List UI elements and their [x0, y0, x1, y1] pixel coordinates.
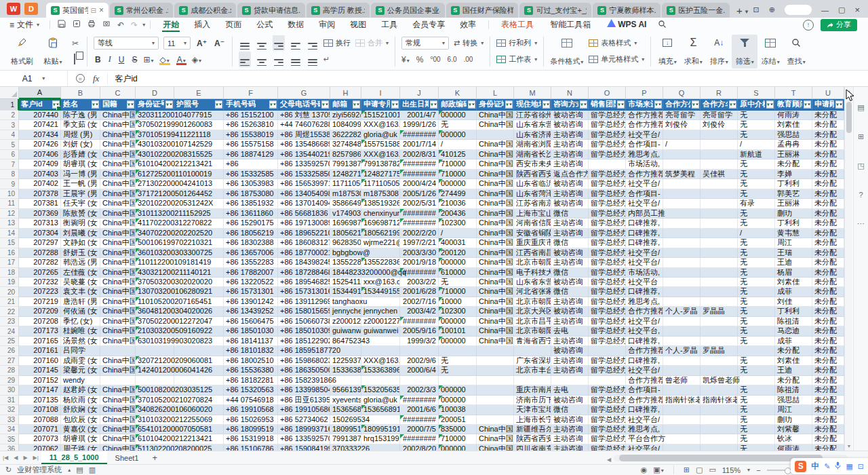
grid-cell[interactable]	[701, 425, 738, 434]
grid-cell[interactable]: 未分配	[812, 287, 844, 297]
grid-cell[interactable]: 000000	[439, 111, 477, 120]
grid-cell[interactable]: +86 15538019	[224, 130, 278, 140]
grid-cell[interactable]: 无	[439, 120, 477, 130]
grid-cell[interactable]	[477, 415, 514, 425]
grid-cell[interactable]: 被动咨询	[551, 179, 589, 189]
grid-cell[interactable]: 口碑推荐,	[626, 218, 663, 228]
grid-cell[interactable]: 雅思考点,	[626, 150, 663, 159]
grid-cell[interactable]: 山东省菏泽	[514, 189, 551, 199]
grid-cell[interactable]: 马恋迪	[775, 326, 812, 336]
grid-cell[interactable]	[663, 385, 701, 395]
grid-cell[interactable]: 社交平台/	[626, 179, 663, 189]
decrease-decimal-icon[interactable]: .00	[464, 56, 473, 63]
grid-cell[interactable]: 370105199411221118	[136, 130, 174, 140]
grid-cell[interactable]: +86 1580156591	[278, 307, 330, 316]
grid-cell[interactable]: 153656891	[330, 405, 361, 415]
grid-cell[interactable]: 2003/2/2	[400, 278, 439, 287]
grid-cell[interactable]: China中国	[100, 297, 136, 307]
grid-cell[interactable]: 340702200202202520	[136, 229, 174, 238]
grid-cell[interactable]: 市场活动,	[626, 159, 663, 169]
grid-cell[interactable]: 210303200509160922	[136, 326, 174, 336]
grid-cell[interactable]: 无	[738, 366, 775, 375]
grid-cell[interactable]: 雅思考点,	[626, 425, 663, 434]
grid-cell[interactable]: 社交平台/	[626, 415, 663, 425]
grid-cell[interactable]: 韩浩远 (男	[61, 258, 100, 267]
grid-cell[interactable]: 个人-罗晶	[663, 307, 701, 316]
grid-cell[interactable]: China中国	[477, 179, 514, 189]
row-number[interactable]: 3	[0, 120, 19, 130]
grid-cell[interactable]: 未分配	[812, 396, 844, 405]
row-number[interactable]: 24	[0, 326, 19, 336]
header-cell[interactable]: 出生日期	[400, 99, 439, 111]
grid-cell[interactable]: 被动咨询	[551, 346, 589, 356]
header-cell[interactable]: 现住地址	[514, 99, 551, 111]
document-tab[interactable]: S英国留学生⊟×	[46, 3, 108, 18]
grid-cell[interactable]: 重庆重庆市	[514, 238, 551, 248]
grid-cell[interactable]: 黄韦慧	[775, 229, 812, 238]
grid-cell[interactable]: 430321200211140121	[136, 268, 174, 278]
grid-cell[interactable]: 成雨雯 (女	[61, 356, 100, 366]
grid-cell[interactable]: China中国	[100, 170, 136, 179]
find-button[interactable]: 查找▾	[783, 35, 809, 69]
grid-cell[interactable]: 117110505	[330, 179, 361, 189]
page-break-view-icon[interactable]: ▭	[709, 466, 715, 474]
panel-help-icon[interactable]: ?	[859, 191, 863, 199]
row-number[interactable]: 11	[0, 199, 19, 208]
grid-cell[interactable]: 无	[738, 189, 775, 199]
sogou-logo[interactable]: S	[795, 461, 806, 472]
row-number[interactable]: 36	[0, 444, 19, 451]
grid-cell[interactable]: 未分配	[812, 278, 844, 287]
grid-cell[interactable]: 主动咨询	[551, 189, 589, 199]
grid-cell[interactable]: 刘俊伶	[663, 120, 701, 130]
column-header-K[interactable]: K	[439, 87, 477, 99]
grid-cell[interactable]: +86 18002510	[224, 356, 278, 366]
grid-cell[interactable]	[663, 130, 701, 140]
menu-公式[interactable]: 公式	[249, 18, 280, 32]
grid-cell[interactable]: 电子科技大	[514, 268, 551, 278]
grid-cell[interactable]: 舒妍玉 (女	[61, 248, 100, 258]
grid-cell[interactable]: /	[439, 140, 477, 149]
grid-cell[interactable]: 被动咨询	[551, 396, 589, 405]
grid-cell[interactable]: 无	[738, 405, 775, 415]
grid-cell[interactable]: 000000	[439, 130, 477, 140]
grid-cell[interactable]: China中国	[477, 159, 514, 169]
header-cell[interactable]: 销售团队	[589, 99, 626, 111]
grid-cell[interactable]: 000000	[439, 337, 477, 346]
grid-cell[interactable]: 市场活动,	[626, 268, 663, 278]
grid-cell[interactable]	[361, 376, 400, 385]
column-header-A[interactable]: A	[19, 87, 61, 99]
grid-cell[interactable]: 未分配	[812, 209, 844, 218]
grid-cell[interactable]	[477, 346, 514, 356]
grid-cell[interactable]: 153363896	[330, 366, 361, 375]
grid-cell[interactable]: 000000	[439, 444, 477, 451]
rows-cols-button[interactable]: 行和列▾	[496, 36, 537, 51]
grid-cell[interactable]: +86 刘慧 137052	[278, 111, 330, 120]
grid-cell[interactable]: 未分配	[812, 356, 844, 366]
grid-cell[interactable]: 主动咨询	[551, 218, 589, 228]
grid-cell[interactable]: 无	[738, 396, 775, 405]
grid-cell[interactable]: v17490376	[330, 209, 361, 218]
grid-cell[interactable]: 包欣辰 (女	[61, 415, 100, 425]
grid-cell[interactable]: China中国	[100, 278, 136, 287]
percent-icon[interactable]: %	[416, 55, 424, 64]
row-number[interactable]: 17	[0, 258, 19, 267]
grid-cell[interactable]: +86 15263810	[224, 120, 278, 130]
grid-cell[interactable]: +86 13053983	[224, 179, 278, 189]
fill-color-icon[interactable]: ◇▾	[159, 55, 171, 64]
grid-cell[interactable]	[477, 385, 514, 395]
grid-cell[interactable]: 135522836	[361, 258, 400, 267]
grid-cell[interactable]: 留学总经办	[589, 229, 626, 238]
grid-cell[interactable]: 合作方推荐	[626, 170, 663, 179]
grid-cell[interactable]: 主动咨询	[551, 297, 589, 307]
grid-cell[interactable]: 王迪	[775, 258, 812, 267]
grid-cell[interactable]: China中国	[477, 229, 514, 238]
grid-cell[interactable]: China中国	[477, 268, 514, 278]
grid-cell[interactable]	[663, 238, 701, 248]
grid-cell[interactable]	[701, 297, 738, 307]
grid-cell[interactable]: 956613934	[330, 385, 361, 395]
grid-cell[interactable]: 未分配	[812, 179, 844, 189]
grid-cell[interactable]	[551, 376, 589, 385]
grid-cell[interactable]: 未分配	[812, 111, 844, 120]
row-number[interactable]: 35	[0, 434, 19, 444]
grid-cell[interactable]	[701, 444, 738, 451]
